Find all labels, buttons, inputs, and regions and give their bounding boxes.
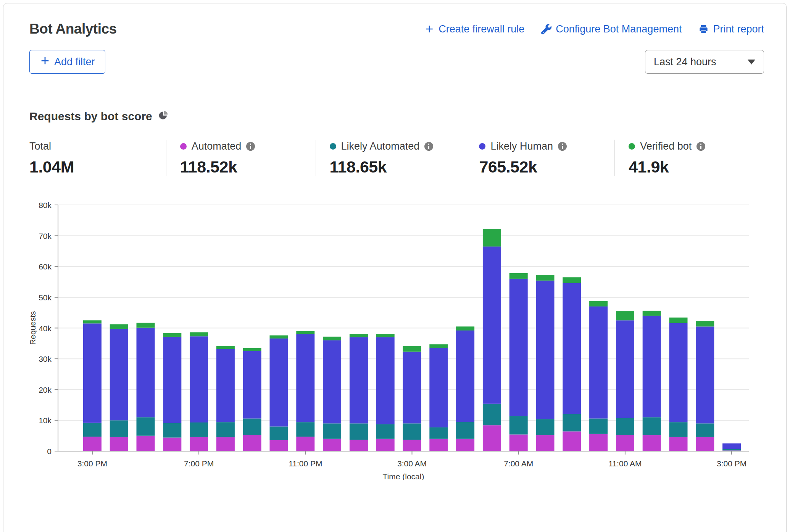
requests-by-bot-score-section: Requests by bot score Total 1.04M Automa… <box>3 110 786 480</box>
stat-verified-bot: Verified bot 41.9k <box>614 140 764 176</box>
svg-text:7:00 AM: 7:00 AM <box>504 459 533 468</box>
svg-text:0: 0 <box>47 447 52 456</box>
stat-automated: Automated 118.52k <box>166 140 316 176</box>
time-range-select[interactable]: Last 24 hours <box>645 50 764 74</box>
stat-label: Automated <box>192 140 242 152</box>
stat-label: Verified bot <box>640 140 692 152</box>
add-filter-button[interactable]: Add filter <box>29 50 105 74</box>
printer-icon <box>698 24 709 34</box>
stat-value: 1.04M <box>29 158 166 176</box>
svg-text:11:00 AM: 11:00 AM <box>608 459 642 468</box>
stat-value: 118.65k <box>330 158 465 176</box>
section-title-row: Requests by bot score <box>29 110 764 123</box>
likely-automated-dot <box>330 143 336 150</box>
header: Bot Analytics Create firewall rule Confi… <box>3 3 786 37</box>
page-title: Bot Analytics <box>29 21 117 37</box>
info-icon[interactable] <box>424 142 433 151</box>
info-icon[interactable] <box>558 142 567 151</box>
chevron-down-icon <box>748 60 755 64</box>
stat-label: Total <box>29 140 51 152</box>
configure-bot-management-link[interactable]: Configure Bot Management <box>541 23 682 35</box>
stat-total: Total 1.04M <box>29 140 166 176</box>
stat-likely-human: Likely Human 765.52k <box>465 140 614 176</box>
svg-text:7:00 PM: 7:00 PM <box>184 459 214 468</box>
stat-value: 41.9k <box>629 158 764 176</box>
svg-text:Requests: Requests <box>29 311 37 345</box>
stat-likely-automated: Likely Automated 118.65k <box>316 140 465 176</box>
svg-text:3:00 AM: 3:00 AM <box>397 459 427 468</box>
action-label: Configure Bot Management <box>556 23 682 35</box>
automated-dot <box>180 143 187 150</box>
action-label: Create firewall rule <box>439 23 524 35</box>
info-icon[interactable] <box>246 142 255 151</box>
svg-text:50k: 50k <box>39 293 52 302</box>
svg-text:20k: 20k <box>39 385 52 394</box>
time-range-value: Last 24 hours <box>654 56 716 68</box>
svg-text:60k: 60k <box>39 262 52 271</box>
bot-analytics-card: Bot Analytics Create firewall rule Confi… <box>3 3 787 532</box>
svg-text:3:00 PM: 3:00 PM <box>717 459 746 468</box>
likely-human-dot <box>479 143 485 150</box>
stats-row: Total 1.04M Automated 118.52k Likely Aut… <box>29 140 764 176</box>
pie-chart-icon <box>158 110 168 123</box>
svg-text:11:00 PM: 11:00 PM <box>289 459 322 468</box>
add-filter-label: Add filter <box>54 56 95 68</box>
requests-by-bot-score-chart: 010k20k30k40k50k60k70k80k3:00 PM7:00 PM1… <box>29 195 762 480</box>
svg-text:70k: 70k <box>39 232 52 240</box>
plus-icon <box>424 24 434 34</box>
verified-bot-dot <box>629 143 635 150</box>
svg-text:3:00 PM: 3:00 PM <box>77 459 107 468</box>
stat-label: Likely Human <box>490 140 553 152</box>
info-icon[interactable] <box>696 142 705 151</box>
filter-row: Add filter Last 24 hours <box>3 37 786 74</box>
svg-text:Time (local): Time (local) <box>383 472 424 480</box>
header-actions: Create firewall rule Configure Bot Manag… <box>424 23 764 35</box>
svg-text:40k: 40k <box>39 324 52 333</box>
wrench-icon <box>541 24 551 34</box>
svg-text:80k: 80k <box>39 201 52 210</box>
stat-value: 118.52k <box>180 158 316 176</box>
action-label: Print report <box>713 23 764 35</box>
create-firewall-rule-link[interactable]: Create firewall rule <box>424 23 524 35</box>
stat-label: Likely Automated <box>341 140 420 152</box>
plus-icon <box>40 55 50 69</box>
stat-value: 765.52k <box>479 158 614 176</box>
print-report-link[interactable]: Print report <box>698 23 764 35</box>
section-title: Requests by bot score <box>29 110 152 123</box>
header-divider <box>3 89 786 89</box>
svg-text:10k: 10k <box>39 416 52 425</box>
svg-text:30k: 30k <box>39 355 52 363</box>
